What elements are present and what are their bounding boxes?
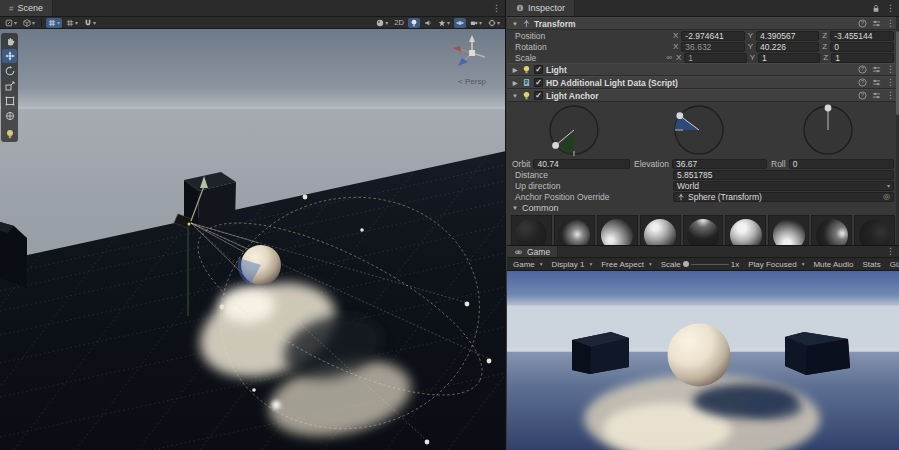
tab-game[interactable]: Game	[507, 246, 558, 257]
light-preset-thumbnail[interactable]	[554, 215, 595, 245]
rotation-x-field[interactable]: 36.632	[681, 42, 744, 52]
rotation-z-field[interactable]: 0	[830, 42, 894, 52]
up-direction-dropdown[interactable]: World ▾	[673, 181, 894, 191]
scene-audio-toggle[interactable]	[422, 18, 434, 28]
tab-inspector[interactable]: Inspector	[507, 0, 575, 16]
game-panel-menu-icon[interactable]: ⋮	[886, 247, 895, 256]
light-preset-thumbnail[interactable]	[725, 215, 766, 245]
game-viewport[interactable]	[507, 271, 899, 450]
presets-icon[interactable]	[872, 91, 881, 100]
hd-light-data-header[interactable]: ▶ ✓ HD Additional Light Data (Script) ⋮	[507, 76, 899, 89]
scale-slider-track[interactable]	[691, 264, 729, 265]
rotate-tool-button[interactable]	[2, 64, 17, 78]
orientation-gizmo[interactable]: < Persp	[446, 33, 498, 86]
transform-tool-button[interactable]	[2, 109, 17, 123]
perspective-label[interactable]: < Persp	[446, 77, 498, 86]
foldout-icon[interactable]: ▼	[511, 21, 519, 27]
roll-field[interactable]: 0	[789, 159, 894, 169]
help-icon[interactable]	[858, 91, 867, 100]
roll-dial[interactable]	[804, 105, 852, 154]
help-icon[interactable]	[858, 78, 867, 87]
gizmos-visibility-button[interactable]: ▾	[486, 18, 502, 28]
scale-x-field[interactable]: 1	[684, 53, 746, 63]
gizmos-dropdown[interactable]: Gizmos▾	[887, 259, 899, 270]
gizmo-x-cone[interactable]	[453, 46, 461, 52]
distance-field[interactable]: 5.851785	[673, 170, 894, 180]
grid-visibility-button[interactable]: ▾	[64, 18, 80, 28]
light-preset-thumbnail[interactable]	[511, 215, 552, 245]
stats-button[interactable]: Stats	[859, 259, 883, 270]
game-mode-dropdown[interactable]: Game▾	[510, 259, 546, 270]
pivot-button[interactable]: ▾	[21, 18, 37, 28]
help-icon[interactable]	[858, 19, 867, 28]
light-preset-thumbnail[interactable]	[683, 215, 724, 245]
scale-y-field[interactable]: 1	[758, 53, 820, 63]
light-anchor-tool-button[interactable]	[2, 127, 17, 141]
foldout-icon[interactable]: ▼	[511, 93, 519, 99]
constrain-proportions-icon[interactable]: ∞	[665, 53, 673, 62]
scale-slider-knob[interactable]	[683, 261, 689, 267]
elevation-field[interactable]: 36.67	[672, 159, 767, 169]
draw-mode-button[interactable]: ▾	[374, 18, 390, 28]
component-menu-icon[interactable]: ⋮	[886, 91, 895, 100]
component-menu-icon[interactable]: ⋮	[886, 78, 895, 87]
snap-increment-button[interactable]: ▾	[82, 18, 98, 28]
scale-slider[interactable]: Scale 1x	[658, 259, 742, 270]
position-x-field[interactable]: -2.974641	[681, 31, 744, 41]
effects-toggle[interactable]: ▾	[436, 18, 452, 28]
rotation-y-field[interactable]: 40.226	[756, 42, 819, 52]
foldout-icon[interactable]: ▶	[511, 66, 519, 73]
scene-cube-left[interactable]	[0, 222, 27, 288]
light-preset-thumbnail[interactable]	[597, 215, 638, 245]
tool-settings-button[interactable]: ▾	[3, 18, 19, 28]
light-preset-thumbnail[interactable]	[768, 215, 809, 245]
mute-audio-button[interactable]: Mute Audio	[810, 259, 856, 270]
display-dropdown[interactable]: Display 1▾	[549, 259, 596, 270]
scene-lighting-toggle[interactable]	[408, 18, 420, 28]
position-y-field[interactable]: 4.390567	[756, 31, 819, 41]
gizmo-y-cone[interactable]	[469, 35, 475, 42]
scene-cube-top[interactable]	[184, 172, 236, 230]
anchor-position-override-objectfield[interactable]: Sphere (Transform) ◎	[673, 192, 894, 202]
position-z-field[interactable]: -3.455144	[830, 31, 894, 41]
aspect-ratio-dropdown[interactable]: Free Aspect▾	[598, 259, 654, 270]
lock-icon[interactable]	[872, 4, 880, 13]
foldout-icon[interactable]: ▼	[511, 205, 519, 211]
foldout-icon[interactable]: ▶	[511, 79, 519, 86]
orbit-field[interactable]: 40.74	[533, 159, 630, 169]
light-icon-billboard[interactable]	[272, 401, 281, 410]
light-preset-thumbnail[interactable]	[640, 215, 681, 245]
elevation-dial[interactable]	[675, 106, 723, 154]
component-menu-icon[interactable]: ⋮	[886, 65, 895, 74]
light-component-header[interactable]: ▶ ✓ Light ⋮	[507, 63, 899, 76]
tab-scene[interactable]: # Scene	[0, 0, 53, 16]
light-preset-thumbnail[interactable]	[811, 215, 852, 245]
elevation-dial-handle[interactable]	[676, 112, 683, 119]
grid-snapping-button[interactable]: ▾	[46, 18, 62, 28]
common-foldout-row[interactable]: ▼ Common	[507, 202, 899, 213]
scene-panel-menu-icon[interactable]: ⋮	[492, 4, 501, 13]
scene-visibility-toggle[interactable]	[454, 18, 466, 28]
move-tool-button[interactable]	[2, 49, 17, 63]
inspector-menu-icon[interactable]: ⋮	[886, 4, 895, 13]
presets-icon[interactable]	[872, 78, 881, 87]
orbit-dial-handle[interactable]	[552, 142, 559, 149]
roll-dial-handle[interactable]	[825, 105, 832, 112]
play-focused-dropdown[interactable]: Play Focused▾	[745, 259, 807, 270]
light-preset-thumbnail[interactable]	[854, 215, 895, 245]
transform-header[interactable]: ▼ Transform ⋮	[507, 17, 899, 30]
help-icon[interactable]	[858, 65, 867, 74]
2d-toggle-button[interactable]: 2D	[392, 18, 406, 28]
scale-z-field[interactable]: 1	[831, 53, 894, 63]
gizmo-center-cube[interactable]	[469, 50, 475, 56]
view-tool-button[interactable]	[2, 34, 17, 48]
presets-icon[interactable]	[872, 65, 881, 74]
hd-light-data-checkbox[interactable]: ✓	[534, 78, 543, 87]
object-picker-icon[interactable]: ◎	[883, 192, 890, 201]
scale-tool-button[interactable]	[2, 79, 17, 93]
presets-icon[interactable]	[872, 19, 881, 28]
light-anchor-header[interactable]: ▼ ✓ Light Anchor ⋮	[507, 89, 899, 102]
camera-settings-button[interactable]: ▾	[468, 18, 484, 28]
light-enabled-checkbox[interactable]: ✓	[534, 65, 543, 74]
component-menu-icon[interactable]: ⋮	[886, 19, 895, 28]
